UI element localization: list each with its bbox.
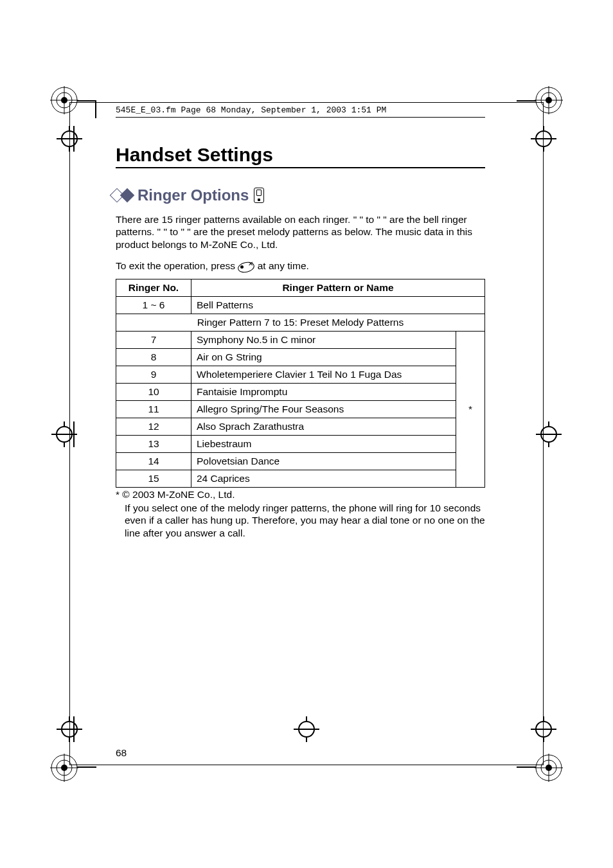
table-row: 8 Air on G String bbox=[116, 349, 485, 366]
intro-paragraph-1: There are 15 ringer patterns available o… bbox=[116, 213, 485, 251]
cell-no: 1 ~ 6 bbox=[116, 297, 191, 314]
table-row: 12 Also Sprach Zarathustra bbox=[116, 418, 485, 436]
table-row: 9 Wholetemperiere Clavier 1 Teil No 1 Fu… bbox=[116, 366, 485, 384]
table-row: 15 24 Caprices bbox=[116, 470, 485, 488]
cell-no: 8 bbox=[116, 349, 191, 366]
off-button-icon: ✕ bbox=[238, 261, 254, 272]
footnote-line-1: * © 2003 M-ZoNE Co., Ltd. bbox=[116, 489, 235, 500]
cell-name: Allegro Spring/The Four Seasons bbox=[191, 401, 456, 418]
cell-name: Bell Patterns bbox=[191, 297, 485, 314]
table-row: 14 Polovetsian Dance bbox=[116, 453, 485, 470]
cell-no: 12 bbox=[116, 418, 191, 436]
regline-icon bbox=[517, 100, 536, 102]
cell-name: 24 Caprices bbox=[191, 470, 456, 488]
cell-no: 14 bbox=[116, 453, 191, 470]
cell-name: Air on G String bbox=[191, 349, 456, 366]
table-row: Ringer Pattern 7 to 15: Preset Melody Pa… bbox=[116, 314, 485, 332]
regline-icon bbox=[517, 766, 536, 768]
intro-paragraph-2: To exit the operation, press ✕ at any ti… bbox=[116, 260, 485, 272]
cell-name: Also Sprach Zarathustra bbox=[191, 418, 456, 436]
regline-icon bbox=[77, 100, 96, 102]
cell-no: 7 bbox=[116, 332, 191, 349]
cell-name: Symphony No.5 in C minor bbox=[191, 332, 456, 349]
cell-no: 11 bbox=[116, 401, 191, 418]
ringer-table: Ringer No. Ringer Pattern or Name 1 ~ 6 … bbox=[116, 279, 485, 488]
cell-name: Fantaisie Impromptu bbox=[191, 384, 456, 401]
col-head-name: Ringer Pattern or Name bbox=[191, 279, 485, 297]
subsection-title: Ringer Options bbox=[138, 186, 249, 204]
table-row: 10 Fantaisie Impromptu bbox=[116, 384, 485, 401]
cell-name: Wholetemperiere Clavier 1 Teil No 1 Fuga… bbox=[191, 366, 456, 384]
col-head-no: Ringer No. bbox=[116, 279, 191, 297]
footnote: * © 2003 M-ZoNE Co., Ltd. If you select … bbox=[116, 489, 485, 539]
cell-name: Polovetsian Dance bbox=[191, 453, 456, 470]
cell-name: Liebestraum bbox=[191, 436, 456, 453]
cell-star: * bbox=[456, 332, 485, 488]
regline-icon bbox=[77, 766, 96, 768]
table-row: 1 ~ 6 Bell Patterns bbox=[116, 297, 485, 314]
cell-no: 15 bbox=[116, 470, 191, 488]
handset-icon bbox=[254, 188, 264, 203]
footnote-line-2: If you select one of the melody ringer p… bbox=[125, 502, 485, 539]
cell-span-head: Ringer Pattern 7 to 15: Preset Melody Pa… bbox=[116, 314, 485, 332]
cell-no: 10 bbox=[116, 384, 191, 401]
page-number: 68 bbox=[116, 747, 127, 759]
intro-p2-text-b: at any time. bbox=[258, 260, 309, 271]
table-row: 13 Liebestraum bbox=[116, 436, 485, 453]
page-content: Handset Settings Ringer Options There ar… bbox=[116, 144, 485, 539]
cell-no: 13 bbox=[116, 436, 191, 453]
table-row: 7 Symphony No.5 in C minor * bbox=[116, 332, 485, 349]
table-header-row: Ringer No. Ringer Pattern or Name bbox=[116, 279, 485, 297]
subsection-row: Ringer Options bbox=[116, 186, 485, 204]
section-title: Handset Settings bbox=[116, 144, 485, 168]
header-rule bbox=[116, 117, 485, 118]
cell-no: 9 bbox=[116, 366, 191, 384]
diamond-bullet-icon bbox=[116, 190, 132, 200]
intro-p2-text-a: To exit the operation, press bbox=[116, 260, 238, 271]
file-header-line: 545E_E_03.fm Page 68 Monday, September 1… bbox=[116, 105, 386, 115]
table-row: 11 Allegro Spring/The Four Seasons bbox=[116, 401, 485, 418]
